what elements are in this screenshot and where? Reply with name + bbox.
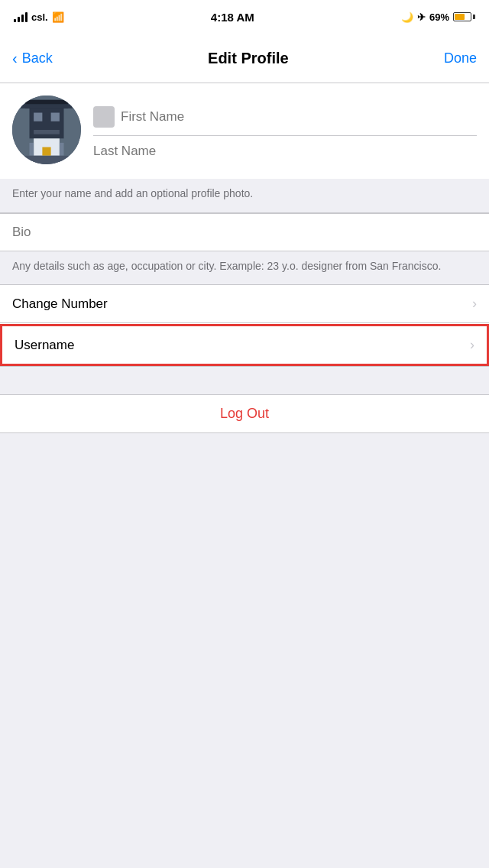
username-row[interactable]: Username › [0,324,489,366]
first-name-input[interactable] [121,109,477,125]
last-name-input[interactable] [93,144,477,159]
change-number-chevron-icon: › [472,296,477,312]
wifi-icon: 📶 [52,11,64,23]
bio-section [0,213,489,251]
change-number-label: Change Number [12,296,108,312]
profile-info-text: Enter your name and add an optional prof… [0,179,489,212]
moon-icon: 🌙 [401,11,413,23]
first-name-icon [93,106,115,128]
bio-row [0,214,489,251]
back-button[interactable]: ‹ Back [12,50,53,67]
svg-rect-3 [51,113,60,121]
battery-icon [453,12,475,21]
battery-percent: 69% [429,11,449,23]
logout-label: Log Out [220,406,269,422]
name-fields [93,96,477,167]
change-number-right: › [472,296,477,312]
status-time: 4:18 AM [211,11,254,24]
logout-section[interactable]: Log Out [0,394,489,433]
change-number-row[interactable]: Change Number › [0,285,489,323]
svg-rect-11 [25,156,68,164]
done-button[interactable]: Done [444,50,477,66]
svg-rect-8 [30,143,34,156]
svg-rect-2 [34,113,42,121]
profile-section [0,83,489,179]
status-right: 🌙 ✈ 69% [401,11,475,23]
nav-bar: ‹ Back Edit Profile Done [0,34,489,83]
page-title: Edit Profile [208,50,289,67]
first-name-row [93,99,477,136]
spacer-1 [0,367,489,394]
username-right: › [470,337,474,353]
last-name-row [93,136,477,167]
back-label: Back [22,50,53,66]
username-label: Username [15,338,74,353]
svg-rect-4 [34,130,60,134]
settings-group: Change Number › Username › [0,284,489,367]
location-icon: ✈ [417,11,426,23]
svg-rect-10 [42,147,50,156]
bio-input[interactable] [12,225,477,240]
signal-icon [14,11,28,22]
bottom-padding [0,433,489,479]
svg-rect-9 [60,143,64,156]
back-chevron-icon: ‹ [12,50,18,67]
avatar[interactable] [12,96,81,164]
username-chevron-icon: › [470,337,474,353]
status-left: csl. 📶 [14,11,64,23]
carrier-label: csl. [31,11,48,23]
status-bar: csl. 📶 4:18 AM 🌙 ✈ 69% [0,0,489,34]
bio-info-text: Any details such as age, occupation or c… [0,251,489,285]
svg-rect-6 [21,104,73,108]
